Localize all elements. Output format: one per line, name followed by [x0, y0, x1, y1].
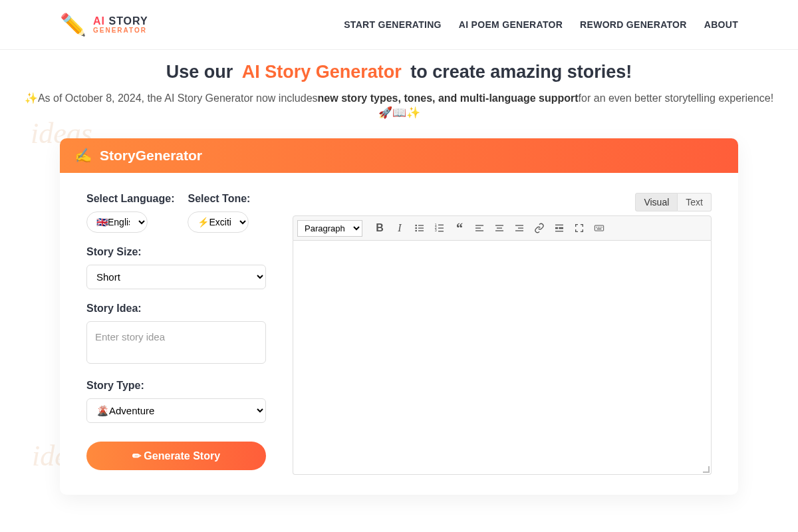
- nav-start-generating[interactable]: START GENERATING: [344, 19, 442, 30]
- logo[interactable]: ✏️ AI STORY GENERATOR: [60, 12, 148, 37]
- keyboard-icon[interactable]: [590, 219, 608, 237]
- tone-label: Select Tone:: [188, 193, 250, 205]
- bullet-list-icon[interactable]: [410, 219, 429, 237]
- resize-handle-icon[interactable]: [702, 465, 710, 473]
- nav-about[interactable]: ABOUT: [704, 19, 738, 30]
- announcement: ✨As of October 8, 2024, the AI Story Gen…: [7, 92, 791, 104]
- svg-rect-23: [555, 227, 558, 229]
- svg-rect-17: [495, 230, 503, 231]
- svg-point-2: [415, 227, 417, 229]
- nav-reword-generator[interactable]: REWORD GENERATOR: [580, 19, 687, 30]
- editor-toolbar: Paragraph B I 123 “: [293, 215, 712, 241]
- svg-rect-21: [555, 225, 563, 225]
- align-right-icon[interactable]: [510, 219, 529, 237]
- generate-button[interactable]: ✏ Generate Story: [86, 442, 266, 470]
- tab-text[interactable]: Text: [678, 193, 712, 211]
- editor-body[interactable]: [293, 241, 712, 475]
- svg-point-0: [415, 225, 417, 227]
- pencil-icon: ✏️: [60, 12, 86, 37]
- fullscreen-icon[interactable]: [570, 219, 589, 237]
- paragraph-select[interactable]: Paragraph: [297, 220, 362, 237]
- idea-label: Story Idea:: [86, 303, 266, 315]
- svg-rect-16: [497, 227, 502, 228]
- svg-rect-20: [515, 230, 523, 231]
- svg-rect-22: [555, 231, 563, 231]
- type-select[interactable]: 🌋Adventure: [86, 398, 266, 423]
- size-select[interactable]: Short: [86, 265, 266, 289]
- bold-icon[interactable]: B: [370, 219, 389, 237]
- svg-rect-5: [418, 230, 424, 231]
- generator-card: ✍️ StoryGenerator Select Language: 🇬🇧Eng…: [60, 138, 738, 495]
- svg-rect-7: [438, 225, 444, 225]
- main-nav: START GENERATING AI POEM GENERATOR REWOR…: [344, 19, 738, 30]
- language-label: Select Language:: [86, 193, 174, 205]
- story-idea-input[interactable]: [86, 321, 266, 364]
- card-header: ✍️ StoryGenerator: [60, 138, 738, 173]
- svg-rect-27: [598, 227, 598, 227]
- language-select[interactable]: 🇬🇧English: [86, 211, 148, 233]
- svg-rect-1: [418, 225, 424, 225]
- svg-rect-18: [515, 225, 523, 225]
- logo-subtext: GENERATOR: [93, 27, 148, 34]
- editor-column: Visual Text Paragraph B I 123 “: [293, 193, 712, 475]
- page-title: Use our AI Story Generator to create ama…: [166, 62, 632, 82]
- svg-rect-26: [596, 227, 597, 227]
- svg-point-4: [415, 230, 417, 232]
- svg-rect-30: [597, 229, 602, 229]
- blockquote-icon[interactable]: “: [450, 219, 469, 237]
- tone-select[interactable]: ⚡Exciting: [188, 211, 249, 233]
- header: ✏️ AI STORY GENERATOR START GENERATING A…: [0, 0, 798, 50]
- tab-visual[interactable]: Visual: [635, 193, 678, 211]
- editor-tabs: Visual Text: [293, 193, 712, 211]
- title-highlight: AI Story Generator: [238, 62, 406, 82]
- size-label: Story Size:: [86, 246, 266, 258]
- svg-rect-29: [601, 227, 602, 227]
- announcement-emoji: 🚀📖✨: [7, 106, 791, 120]
- nav-poem-generator[interactable]: AI POEM GENERATOR: [459, 19, 563, 30]
- svg-rect-15: [495, 225, 503, 225]
- align-left-icon[interactable]: [470, 219, 489, 237]
- form-column: Select Language: 🇬🇧English Select Tone: …: [86, 193, 266, 475]
- svg-text:3: 3: [435, 228, 437, 232]
- svg-rect-12: [475, 225, 483, 225]
- logo-text: AI STORY: [93, 15, 148, 27]
- writing-icon: ✍️: [74, 148, 92, 164]
- card-title: StoryGenerator: [100, 148, 202, 164]
- svg-rect-14: [475, 230, 483, 231]
- ordered-list-icon[interactable]: 123: [430, 219, 449, 237]
- align-center-icon[interactable]: [490, 219, 509, 237]
- svg-rect-28: [600, 227, 600, 227]
- link-icon[interactable]: [530, 219, 549, 237]
- svg-rect-11: [438, 231, 444, 231]
- svg-rect-19: [518, 227, 523, 228]
- italic-icon[interactable]: I: [390, 219, 409, 237]
- type-label: Story Type:: [86, 380, 266, 392]
- svg-rect-25: [595, 225, 603, 231]
- svg-rect-13: [475, 227, 481, 228]
- insert-more-icon[interactable]: [550, 219, 569, 237]
- svg-rect-9: [438, 227, 444, 228]
- svg-rect-3: [418, 227, 424, 228]
- svg-rect-24: [559, 227, 563, 229]
